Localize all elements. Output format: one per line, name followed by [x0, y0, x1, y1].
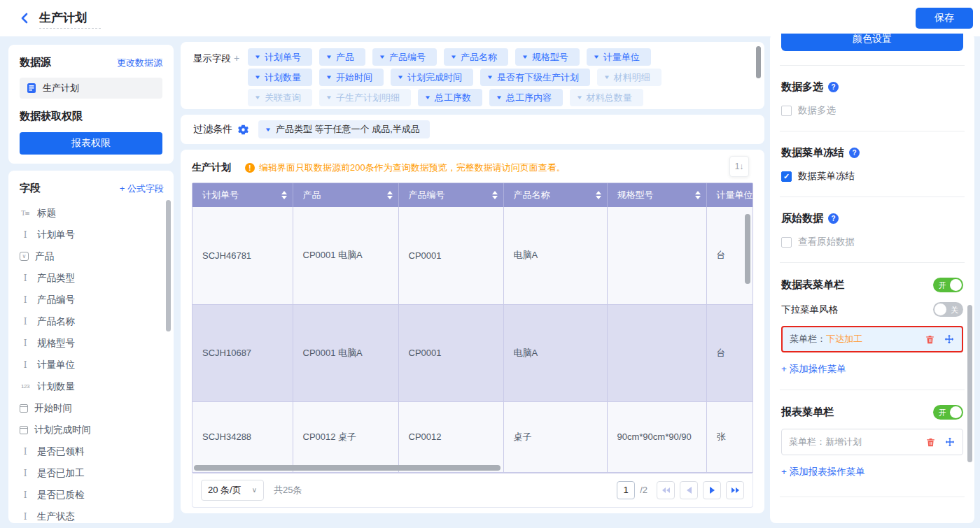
table-menu-toggle-on[interactable]: 开: [933, 278, 963, 292]
sort-arrows-icon[interactable]: [695, 191, 701, 199]
caret-down-icon: ▼: [254, 74, 261, 80]
datasource-item[interactable]: 生产计划: [20, 78, 162, 99]
toggle-knob: [934, 304, 946, 315]
text-field-icon: [20, 447, 31, 457]
display-field-chip[interactable]: ▼总工序数: [418, 89, 482, 106]
left-arrow-icon: [687, 487, 692, 494]
field-item[interactable]: 计划完成时间: [20, 419, 164, 441]
page-size-select[interactable]: 20 条/页 ∨: [201, 480, 264, 501]
multi-select-checkbox-row[interactable]: 数据多选: [781, 104, 963, 117]
field-item[interactable]: 产品编号: [20, 289, 164, 311]
color-settings-button[interactable]: 颜色设置: [781, 34, 963, 51]
table-vertical-scrollbar[interactable]: [745, 214, 750, 284]
column-header[interactable]: 规格型号: [607, 183, 706, 207]
add-operation-menu-link[interactable]: + 添加操作菜单: [781, 363, 846, 376]
display-field-chip-disabled[interactable]: ▼关联查询: [248, 89, 312, 106]
display-field-chip-disabled[interactable]: ▼材料明细: [597, 69, 662, 86]
fields-scrollbar[interactable]: [166, 200, 171, 331]
gear-icon[interactable]: [238, 124, 248, 135]
help-icon[interactable]: [828, 213, 839, 224]
display-field-chip[interactable]: ▼开始时间: [319, 69, 384, 86]
current-page-input[interactable]: 1: [617, 481, 635, 499]
delete-icon[interactable]: [925, 334, 935, 345]
display-field-chip[interactable]: ▼规格型号: [515, 48, 580, 66]
display-field-chip[interactable]: ▼产品名称: [444, 48, 508, 66]
field-item[interactable]: 开始时间: [20, 397, 164, 419]
display-fields-scrollbar[interactable]: [756, 46, 761, 78]
display-field-chip[interactable]: ▼产品编号: [372, 48, 437, 66]
display-field-chip[interactable]: ▼计量单位: [587, 48, 651, 66]
column-header[interactable]: 产品: [293, 183, 398, 207]
display-field-chip[interactable]: ▼计划完成时间: [391, 69, 473, 86]
menu-bar-item[interactable]: 菜单栏： 新增计划: [781, 429, 963, 455]
display-field-chip[interactable]: ▼总工序内容: [489, 89, 563, 106]
dropdown-style-toggle-off[interactable]: 关: [933, 302, 963, 317]
sort-order-button[interactable]: 1↓: [729, 156, 749, 177]
table-row-selected[interactable]: SCJH10687 CP0001 电脑A CP0001 电脑A 台: [192, 304, 752, 401]
field-item[interactable]: 产品: [20, 245, 164, 267]
sort-arrows-icon[interactable]: [281, 191, 287, 199]
report-permission-button[interactable]: 报表权限: [20, 132, 162, 155]
display-field-chip[interactable]: ▼产品: [319, 48, 365, 66]
field-item[interactable]: 计划单号: [20, 224, 164, 245]
raw-data-checkbox-row[interactable]: 查看原始数据: [781, 236, 963, 248]
divider: [780, 497, 965, 497]
first-page-button[interactable]: [657, 481, 675, 499]
checkbox-unchecked-icon[interactable]: [781, 237, 792, 248]
delete-icon[interactable]: [925, 437, 936, 448]
display-field-chip[interactable]: ▼是否有下级生产计划: [480, 69, 590, 86]
filter-label: 过滤条件: [193, 123, 232, 136]
report-menu-toggle-on[interactable]: 开: [933, 405, 963, 420]
total-pages: /2: [640, 485, 648, 495]
checkbox-checked-icon[interactable]: [781, 171, 792, 182]
field-item[interactable]: 生产状态: [20, 506, 164, 523]
field-item[interactable]: 计量单位: [20, 354, 164, 376]
text-field-icon: [20, 338, 31, 348]
save-button[interactable]: 保存: [916, 8, 973, 29]
display-field-chip[interactable]: ▼计划数量: [248, 69, 312, 86]
document-icon: [26, 83, 37, 94]
sort-arrows-icon[interactable]: [387, 191, 393, 199]
display-field-chip-disabled[interactable]: ▼材料总数量: [570, 89, 643, 106]
table-row[interactable]: SCJH34288 CP0012 桌子 CP0012 桌子 90cm*90cm*…: [192, 401, 752, 472]
fields-panel: 字段 + 公式字段 标题 计划单号 产品 产品类型 产品编号 产品名称 规格型号…: [8, 171, 174, 523]
settings-scrollbar[interactable]: [967, 305, 972, 462]
display-field-chip[interactable]: ▼计划单号: [248, 48, 312, 66]
horizontal-scrollbar[interactable]: [194, 465, 500, 471]
help-icon[interactable]: [849, 148, 860, 158]
field-item[interactable]: 是否已质检: [20, 484, 164, 506]
move-icon[interactable]: [944, 436, 955, 448]
last-page-button[interactable]: [726, 481, 744, 499]
back-button[interactable]: [17, 10, 32, 26]
filter-condition-text: 产品类型 等于任意一个 成品,半成品: [276, 123, 420, 136]
add-report-menu-link[interactable]: + 添加报表操作菜单: [781, 466, 865, 478]
chevron-down-icon: ∨: [252, 486, 257, 494]
change-datasource-link[interactable]: 更改数据源: [117, 57, 162, 69]
column-header[interactable]: 产品编号: [398, 183, 503, 207]
checkbox-unchecked-icon[interactable]: [781, 106, 792, 116]
menu-freeze-title: 数据菜单冻结: [781, 146, 844, 159]
column-header[interactable]: 计量单位: [706, 183, 752, 207]
field-item[interactable]: 是否已加工: [20, 462, 164, 484]
menu-freeze-checkbox-row[interactable]: 数据菜单冻结: [781, 170, 963, 183]
sort-arrows-icon[interactable]: [596, 191, 601, 199]
field-item[interactable]: 是否已领料: [20, 441, 164, 462]
add-formula-field-link[interactable]: + 公式字段: [120, 183, 164, 195]
column-header[interactable]: 计划单号: [192, 183, 293, 207]
field-item[interactable]: 标题: [20, 202, 164, 224]
filter-condition-chip[interactable]: ▼ 产品类型 等于任意一个 成品,半成品: [258, 120, 430, 138]
field-item[interactable]: 规格型号: [20, 332, 164, 354]
field-item[interactable]: 产品类型: [20, 267, 164, 289]
next-page-button[interactable]: [703, 481, 721, 499]
move-icon[interactable]: [944, 334, 955, 345]
table-row[interactable]: SCJH46781 CP0001 电脑A CP0001 电脑A 台: [192, 207, 752, 304]
help-icon[interactable]: [828, 82, 839, 92]
prev-page-button[interactable]: [680, 481, 698, 499]
column-header[interactable]: 产品名称: [503, 183, 607, 207]
menu-bar-item-highlighted[interactable]: 菜单栏： 下达加工: [781, 326, 963, 352]
field-item[interactable]: 产品名称: [20, 311, 164, 332]
add-display-field-button[interactable]: +: [234, 52, 239, 64]
field-item[interactable]: 计划数量: [20, 376, 164, 397]
sort-arrows-icon[interactable]: [492, 191, 498, 199]
display-field-chip-disabled[interactable]: ▼子生产计划明细: [319, 89, 411, 106]
